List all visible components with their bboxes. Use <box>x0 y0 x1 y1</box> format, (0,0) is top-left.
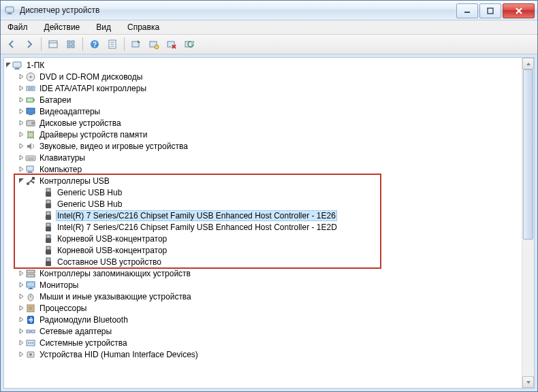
scroll-track[interactable] <box>522 69 534 376</box>
svg-rect-62 <box>46 212 50 215</box>
svg-point-39 <box>31 122 34 125</box>
minimize-button[interactable] <box>456 3 478 18</box>
tree-expander-icon[interactable] <box>17 291 25 302</box>
toolbar-forward-button[interactable] <box>21 36 37 52</box>
sound-icon <box>25 141 36 152</box>
tree-category[interactable]: Контроллеры USB <box>4 175 522 186</box>
tree-category[interactable]: Звуковые, видео и игровые устройства <box>4 140 522 152</box>
scroll-up-button[interactable] <box>522 58 534 69</box>
tree-expander-icon[interactable] <box>17 348 25 360</box>
svg-rect-59 <box>46 192 51 197</box>
tree-category[interactable]: Мониторы <box>4 279 522 291</box>
computer-icon <box>25 164 36 175</box>
toolbar-scan-hardware-button[interactable] <box>146 36 162 52</box>
usb-icon <box>25 176 36 186</box>
disc-icon <box>25 71 36 82</box>
tree-expander-icon[interactable] <box>4 59 12 71</box>
tree-category[interactable]: Устройства HID (Human Interface Devices) <box>4 348 522 360</box>
menu-action[interactable]: Действие <box>40 21 84 33</box>
ide-icon <box>25 83 36 94</box>
disk-icon <box>25 118 36 129</box>
tree-expander-icon[interactable] <box>17 337 25 348</box>
tree-expander-icon[interactable] <box>17 82 25 94</box>
tree-expander-icon[interactable] <box>17 117 25 129</box>
usb-device-icon <box>43 210 54 221</box>
computer-icon <box>12 60 23 71</box>
tree-category-label: Звуковые, видео и игровые устройства <box>38 142 189 151</box>
tree-device[interactable]: Корневой USB-концентратор <box>4 233 522 244</box>
maximize-button[interactable] <box>479 3 501 18</box>
chip-icon <box>25 129 36 140</box>
tree-expander-icon[interactable] <box>17 302 25 314</box>
tree-expander-icon[interactable] <box>17 105 25 117</box>
tree-device[interactable]: Составное USB устройство <box>4 256 522 267</box>
tree-category[interactable]: Батареи <box>4 94 522 105</box>
vertical-scrollbar[interactable] <box>522 58 534 388</box>
device-tree[interactable]: 1-ПК DVD и CD-ROM дисководы IDE ATA/ATAP… <box>4 58 522 388</box>
tree-device-label: Корневой USB-концентратор <box>56 246 168 255</box>
toolbar-properties-button[interactable] <box>104 36 121 52</box>
tree-category-label: Системные устройства <box>38 338 129 348</box>
tree-category[interactable]: DVD и CD-ROM дисководы <box>4 71 522 82</box>
svg-rect-36 <box>27 108 35 114</box>
svg-rect-69 <box>46 250 51 255</box>
tree-category[interactable]: Процессоры <box>4 302 522 314</box>
tree-device[interactable]: Intel(R) 7 Series/C216 Chipset Family US… <box>4 210 522 221</box>
menu-view[interactable]: Вид <box>92 21 115 33</box>
svg-rect-60 <box>46 200 50 203</box>
tree-expander-icon[interactable] <box>17 94 25 105</box>
toolbar-back-button[interactable] <box>3 36 20 52</box>
toolbar-update-driver-button[interactable] <box>128 36 144 52</box>
tree-category-label: Батареи <box>38 95 72 105</box>
toolbar-show-hidden-button[interactable] <box>45 36 61 52</box>
scroll-down-button[interactable] <box>522 376 534 388</box>
svg-rect-66 <box>46 235 50 238</box>
usb-device-icon <box>43 233 54 244</box>
toolbar-disable-button[interactable] <box>181 36 197 52</box>
tree-expander-icon[interactable] <box>17 152 25 163</box>
tree-expander-icon[interactable] <box>17 129 25 140</box>
tree-category[interactable]: Дисковые устройства <box>4 117 522 129</box>
tree-category[interactable]: Мыши и иные указывающие устройства <box>4 291 522 302</box>
tree-expander-icon[interactable] <box>17 71 25 82</box>
tree-expander-icon[interactable] <box>17 279 25 291</box>
hid-icon <box>25 349 36 360</box>
tree-category[interactable]: Сетевые адаптеры <box>4 325 522 337</box>
app-icon <box>5 5 16 16</box>
toolbar-devices-by-type-button[interactable] <box>63 36 79 52</box>
toolbar-uninstall-button[interactable] <box>163 36 180 52</box>
tree-category[interactable]: Клавиатуры <box>4 152 522 163</box>
tree-device-label: Составное USB устройство <box>56 257 163 267</box>
tree-root[interactable]: 1-ПК <box>4 59 522 71</box>
menu-file[interactable]: Файл <box>3 21 32 33</box>
tree-category[interactable]: Системные устройства <box>4 337 522 348</box>
tree-category[interactable]: Контроллеры запоминающих устройств <box>4 267 522 279</box>
tree-expander-icon[interactable] <box>17 314 25 325</box>
tree-category[interactable]: IDE ATA/ATAPI контроллеры <box>4 82 522 94</box>
svg-rect-7 <box>49 41 57 48</box>
tree-device[interactable]: Intel(R) 7 Series/C216 Chipset Family US… <box>4 221 522 233</box>
menu-help[interactable]: Справка <box>123 21 163 33</box>
tree-device[interactable]: Generic USB Hub <box>4 198 522 210</box>
tree-expander-icon[interactable] <box>17 140 25 152</box>
tree-expander-icon[interactable] <box>17 325 25 337</box>
svg-rect-64 <box>46 223 50 227</box>
close-button[interactable] <box>503 3 535 18</box>
toolbar: ? <box>1 35 537 54</box>
scroll-thumb[interactable] <box>523 69 533 240</box>
tree-expander-icon[interactable] <box>17 175 25 186</box>
tree-expander-icon[interactable] <box>17 267 25 279</box>
tree-device[interactable]: Корневой USB-концентратор <box>4 244 522 256</box>
tree-category[interactable]: Видеоадаптеры <box>4 105 522 117</box>
usb-device-icon <box>43 245 54 256</box>
svg-rect-80 <box>29 306 33 310</box>
tree-category-label: IDE ATA/ATAPI контроллеры <box>38 84 148 93</box>
toolbar-help-button[interactable]: ? <box>86 36 103 52</box>
tree-category-label: Дисковые устройства <box>38 118 123 128</box>
tree-expander-icon[interactable] <box>17 163 25 175</box>
tree-device[interactable]: Generic USB Hub <box>4 186 522 198</box>
tree-category[interactable]: Радиомодули Bluetooth <box>4 314 522 325</box>
tree-category[interactable]: Драйверы устройств памяти <box>4 129 522 140</box>
tree-root-label: 1-ПК <box>25 61 46 70</box>
tree-category[interactable]: Компьютер <box>4 163 522 175</box>
